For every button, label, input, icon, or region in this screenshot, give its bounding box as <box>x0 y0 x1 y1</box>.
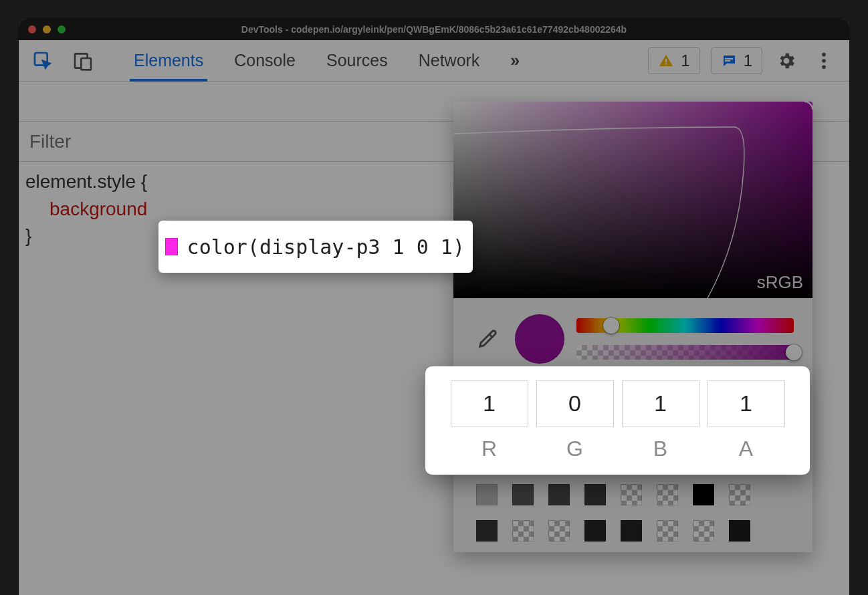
channel-b-input[interactable] <box>622 380 699 427</box>
gamut-boundary-line <box>453 102 812 298</box>
inspect-element-icon[interactable] <box>29 47 56 74</box>
swatch[interactable] <box>584 520 606 542</box>
svg-rect-4 <box>665 63 667 64</box>
window-minimize-button[interactable] <box>43 25 51 33</box>
toolbar-left <box>29 47 96 74</box>
channel-r-label: R <box>481 437 497 461</box>
gamut-label: sRGB <box>757 272 803 293</box>
tabs-overflow-button[interactable]: » <box>510 40 520 81</box>
swatch[interactable] <box>476 520 498 542</box>
color-picker-popup: sRGB <box>453 102 812 552</box>
warnings-count: 1 <box>681 51 689 70</box>
traffic-lights <box>28 25 66 33</box>
tab-elements[interactable]: Elements <box>134 40 203 81</box>
swatch[interactable] <box>512 520 534 542</box>
messages-count: 1 <box>744 51 752 70</box>
warning-icon <box>658 53 674 69</box>
hue-thumb[interactable] <box>603 318 619 334</box>
svg-point-8 <box>822 59 826 63</box>
color-swatch-icon[interactable] <box>165 238 178 255</box>
channel-b-label: B <box>653 437 667 461</box>
svg-rect-5 <box>725 58 733 60</box>
channel-g-label: G <box>566 437 583 461</box>
swatch[interactable] <box>657 484 678 505</box>
svg-rect-6 <box>725 60 730 62</box>
picker-sliders <box>576 318 794 360</box>
more-menu-button[interactable] <box>810 47 837 74</box>
current-color-swatch[interactable] <box>515 314 564 364</box>
device-toggle-icon[interactable] <box>70 47 96 74</box>
swatch[interactable] <box>512 484 534 505</box>
channel-r-input[interactable] <box>451 380 528 427</box>
window-titlebar: DevTools - codepen.io/argyleink/pen/QWBg… <box>19 19 849 40</box>
svg-point-7 <box>822 52 826 56</box>
rgba-inputs-card: R G B A <box>425 366 810 475</box>
panel-tabs: Elements Console Sources Network » <box>134 40 520 81</box>
settings-button[interactable] <box>773 47 800 74</box>
devtools-toolbar: Elements Console Sources Network » 1 1 <box>19 40 849 82</box>
alpha-slider[interactable] <box>576 345 794 360</box>
channel-a-input[interactable] <box>708 380 785 427</box>
color-field[interactable]: sRGB <box>453 102 812 298</box>
open-brace: { <box>136 171 147 192</box>
css-value-text[interactable]: color(display-p3 1 0 1) <box>187 235 465 259</box>
swatch[interactable] <box>657 520 678 542</box>
css-value-tooltip: color(display-p3 1 0 1) <box>158 221 473 273</box>
swatch[interactable] <box>621 484 642 505</box>
channel-a-label: A <box>739 437 753 461</box>
message-icon <box>721 53 737 69</box>
swatch[interactable] <box>584 484 606 505</box>
swatch[interactable] <box>548 520 570 542</box>
messages-badge[interactable]: 1 <box>711 47 762 74</box>
swatch[interactable] <box>693 520 714 542</box>
swatch[interactable] <box>548 484 570 505</box>
tab-network[interactable]: Network <box>419 40 480 81</box>
svg-rect-2 <box>81 58 91 70</box>
window-close-button[interactable] <box>28 25 36 33</box>
tab-sources[interactable]: Sources <box>326 40 388 81</box>
swatch[interactable] <box>693 484 714 505</box>
eyedropper-button[interactable] <box>472 324 503 354</box>
svg-rect-3 <box>665 59 667 62</box>
alpha-thumb[interactable] <box>786 344 802 360</box>
warnings-badge[interactable]: 1 <box>648 47 699 74</box>
swatch[interactable] <box>729 484 750 505</box>
hue-slider[interactable] <box>576 318 794 333</box>
css-property-name[interactable]: background <box>49 199 147 219</box>
window-maximize-button[interactable] <box>58 25 66 33</box>
swatch[interactable] <box>729 520 750 542</box>
svg-point-9 <box>822 65 826 69</box>
tab-console[interactable]: Console <box>234 40 296 81</box>
swatch[interactable] <box>476 484 498 505</box>
picker-controls-row <box>453 298 812 370</box>
selector-text[interactable]: element.style <box>25 171 136 192</box>
channel-g-input[interactable] <box>536 380 614 427</box>
swatch[interactable] <box>621 520 642 542</box>
window-title: DevTools - codepen.io/argyleink/pen/QWBg… <box>19 24 849 35</box>
